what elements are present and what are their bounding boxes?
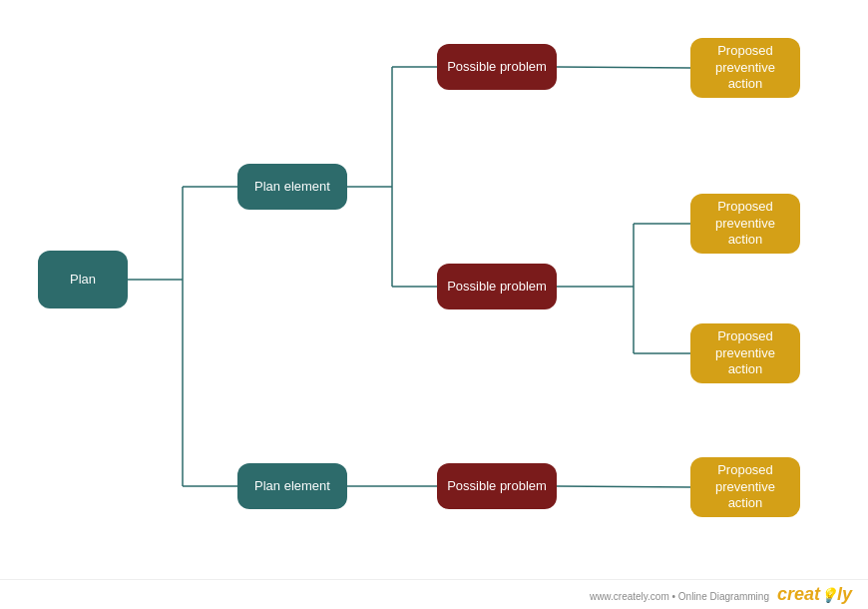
plan-element-2-label: Plan element xyxy=(254,478,330,495)
svg-line-17 xyxy=(557,486,690,487)
plan-element-1-node[interactable]: Plan element xyxy=(237,164,347,210)
footer: www.creately.com • Online Diagramming cr… xyxy=(0,579,868,609)
preventive-action-3-label: Proposed preventive action xyxy=(698,328,792,379)
possible-problem-2-node[interactable]: Possible problem xyxy=(437,264,557,309)
possible-problem-2-label: Possible problem xyxy=(447,279,547,296)
preventive-action-4-node[interactable]: Proposed preventive action xyxy=(690,457,800,517)
bulb-icon: 💡 xyxy=(820,587,837,603)
preventive-action-2-label: Proposed preventive action xyxy=(698,199,792,250)
footer-url: www.creately.com • Online Diagramming xyxy=(590,591,769,602)
plan-element-1-label: Plan element xyxy=(254,179,330,196)
possible-problem-3-label: Possible problem xyxy=(447,478,547,495)
plan-label: Plan xyxy=(70,272,96,289)
brand-section: www.creately.com • Online Diagramming cr… xyxy=(590,584,852,605)
creately-logo-end: ly xyxy=(837,584,852,604)
preventive-action-1-node[interactable]: Proposed preventive action xyxy=(690,38,800,98)
possible-problem-3-node[interactable]: Possible problem xyxy=(437,463,557,509)
diagram-container: Plan Plan element Plan element Possible … xyxy=(0,0,868,579)
creately-logo: creat💡ly xyxy=(777,584,852,605)
possible-problem-1-node[interactable]: Possible problem xyxy=(437,44,557,90)
preventive-action-2-node[interactable]: Proposed preventive action xyxy=(690,194,800,254)
possible-problem-1-label: Possible problem xyxy=(447,59,547,76)
footer-tagline: www.creately.com • Online Diagramming xyxy=(590,586,769,604)
creately-logo-text: creat xyxy=(777,584,820,604)
svg-line-11 xyxy=(557,67,690,68)
preventive-action-1-label: Proposed preventive action xyxy=(698,43,792,94)
preventive-action-3-node[interactable]: Proposed preventive action xyxy=(690,323,800,383)
plan-element-2-node[interactable]: Plan element xyxy=(237,463,347,509)
plan-node[interactable]: Plan xyxy=(38,251,128,308)
preventive-action-4-label: Proposed preventive action xyxy=(698,462,792,513)
